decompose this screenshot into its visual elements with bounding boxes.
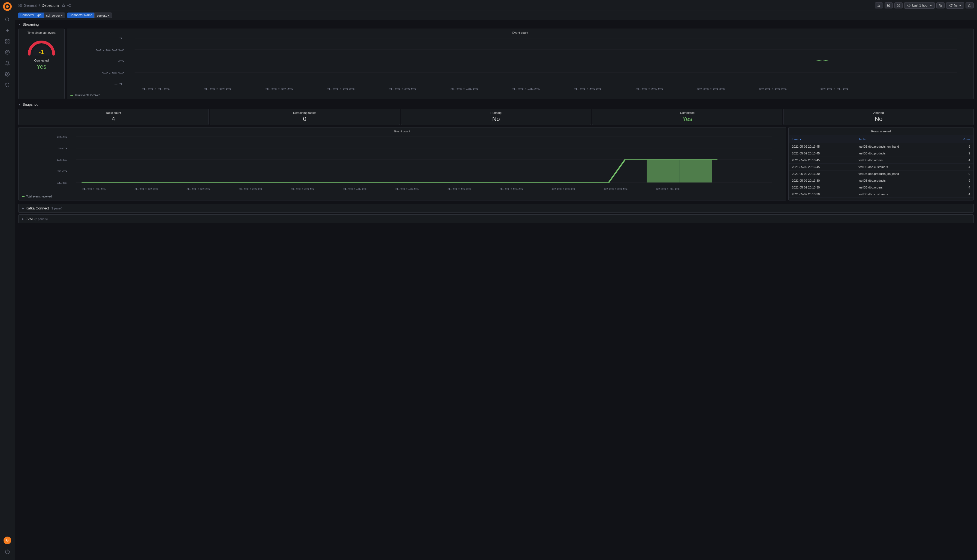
dashboard: ▼ Streaming Time since last event [15, 20, 977, 560]
stat-table-count-label: Table count [22, 111, 205, 114]
stat-running-value: No [405, 115, 588, 123]
svg-text:19:50: 19:50 [447, 188, 471, 190]
rows-scanned-tbody: 2021-05-02 20:13:45 testDB.dbo.products_… [789, 143, 974, 198]
cell-table: testDB.dbo.customers [855, 191, 946, 198]
cell-table: testDB.dbo.products_on_hand [855, 170, 946, 177]
clock-icon [907, 4, 910, 7]
sidebar-icon-dashboards[interactable] [2, 37, 12, 46]
kafka-chevron: ▶ [22, 207, 24, 210]
legend-text: Total events received [75, 94, 100, 97]
streaming-section: ▼ Streaming Time since last event [18, 22, 974, 99]
stat-remaining-tables: Remaining tables 0 [210, 109, 400, 125]
svg-text:19:55: 19:55 [499, 188, 524, 190]
time-range-label: Last 1 hour [912, 3, 928, 7]
zoom-out-button[interactable] [936, 2, 945, 8]
sidebar-icon-alerts[interactable] [2, 58, 12, 68]
filter-name-dropdown-arrow: ▾ [108, 13, 110, 17]
col-time[interactable]: Time ▼ [789, 135, 855, 143]
cell-rows: 4 [946, 157, 974, 164]
svg-text:-0.50: -0.50 [98, 72, 124, 74]
cell-table: testDB.dbo.orders [855, 157, 946, 164]
streaming-chart-area: 1 0.500 0 -0.50 -1 19:15 19:20 19:25 19:… [70, 35, 970, 93]
streaming-chart-legend: Total events received [70, 94, 970, 97]
svg-rect-84 [679, 160, 712, 182]
svg-text:19:30: 19:30 [326, 88, 355, 90]
svg-text:19:40: 19:40 [342, 188, 367, 190]
svg-text:19:50: 19:50 [573, 88, 602, 90]
jvm-section[interactable]: ▶ JVM (2 panels) [18, 214, 974, 223]
svg-rect-21 [20, 6, 22, 7]
refresh-rate-picker[interactable]: 5s ▾ [946, 2, 964, 9]
svg-text:19:55: 19:55 [635, 88, 664, 90]
user-avatar[interactable]: G [3, 537, 11, 544]
gauge-value: -1 [25, 48, 58, 55]
rows-panel-title: Rows scanned [789, 127, 974, 135]
svg-text:20:10: 20:10 [656, 188, 680, 190]
svg-text:19:20: 19:20 [203, 88, 232, 90]
cell-rows: 9 [946, 143, 974, 150]
sidebar-icon-add[interactable] [2, 26, 12, 35]
settings-button[interactable] [894, 2, 903, 8]
connector-name-filter: Connector Name server1 ▾ [67, 13, 112, 18]
svg-point-15 [7, 73, 8, 75]
svg-rect-4 [7, 9, 8, 10]
svg-text:19:25: 19:25 [264, 88, 293, 90]
sidebar-icon-help[interactable] [2, 547, 12, 557]
cell-rows: 4 [946, 164, 974, 170]
share-icon[interactable] [67, 3, 71, 7]
streaming-section-header[interactable]: ▼ Streaming [18, 22, 974, 27]
svg-rect-83 [647, 160, 679, 182]
svg-rect-12 [8, 42, 9, 43]
svg-line-6 [8, 20, 9, 21]
svg-text:20: 20 [57, 170, 68, 173]
sidebar-icon-search[interactable] [2, 15, 12, 25]
jvm-title: JVM [26, 217, 33, 221]
stat-running-label: Running [405, 111, 588, 114]
kafka-title: Kafka Connect [26, 206, 49, 210]
cell-time: 2021-05-02 20:13:45 [789, 164, 855, 170]
connector-type-filter: Connector Type sql_server ▾ [18, 13, 65, 18]
star-icon[interactable] [62, 3, 65, 7]
grafana-logo[interactable] [3, 2, 12, 11]
svg-text:19:40: 19:40 [450, 88, 478, 90]
sidebar-icon-explore[interactable] [2, 47, 12, 57]
snapshot-section-header[interactable]: ▼ Snapshot [18, 102, 974, 107]
rows-scanned-table: Time ▼ Table Rows [789, 135, 974, 198]
stat-running: Running No [401, 109, 591, 125]
sidebar-icon-config[interactable] [2, 69, 12, 79]
svg-text:19:35: 19:35 [388, 88, 417, 90]
tv-mode-button[interactable] [965, 2, 974, 8]
refresh-rate-label: 5s [954, 3, 958, 7]
svg-text:-1: -1 [114, 83, 124, 85]
stat-completed-label: Completed [596, 111, 779, 114]
svg-text:19:45: 19:45 [395, 188, 419, 190]
add-panel-button[interactable] [875, 2, 883, 8]
svg-marker-22 [62, 4, 65, 7]
settings-icon [897, 4, 900, 7]
stat-remaining-value: 0 [213, 115, 396, 123]
cell-table: testDB.dbo.products [855, 150, 946, 157]
connector-type-value[interactable]: sql_server ▾ [43, 13, 65, 18]
save-button[interactable] [885, 2, 893, 8]
stat-remaining-label: Remaining tables [213, 111, 396, 114]
sidebar-icon-shield[interactable] [2, 80, 12, 90]
connector-name-value[interactable]: server1 ▾ [94, 13, 112, 18]
filterbar: Connector Type sql_server ▾ Connector Na… [15, 11, 977, 20]
cell-time: 2021-05-02 20:13:30 [789, 191, 855, 198]
cell-time: 2021-05-02 20:13:45 [789, 157, 855, 164]
tv-icon [968, 4, 971, 7]
breadcrumb-current: Debezium [42, 3, 59, 8]
time-range-picker[interactable]: Last 1 hour ▾ [904, 2, 935, 9]
breadcrumb-parent[interactable]: General [24, 3, 37, 8]
cell-table: testDB.dbo.products [855, 177, 946, 184]
cell-rows: 4 [946, 191, 974, 198]
svg-point-25 [69, 6, 70, 7]
kafka-connect-section[interactable]: ▶ Kafka Connect (1 panel) [18, 204, 974, 213]
col-rows[interactable]: Rows [946, 135, 974, 143]
col-table[interactable]: Table [855, 135, 946, 143]
cell-rows: 9 [946, 177, 974, 184]
snapshot-title: Snapshot [23, 102, 38, 107]
svg-point-24 [67, 5, 69, 6]
main-content: General / Debezium Last 1 hour ▾ [15, 0, 977, 560]
dropdown-arrow: ▾ [930, 3, 932, 7]
